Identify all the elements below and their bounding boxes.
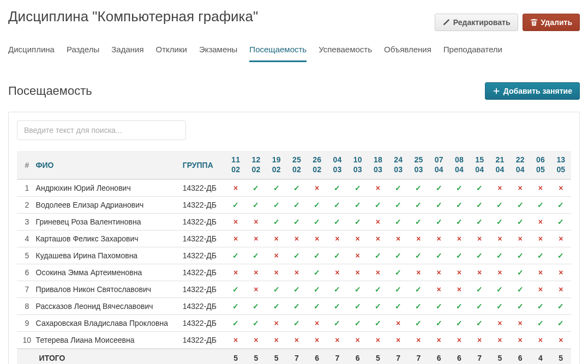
check-icon[interactable]: ✓ xyxy=(246,315,266,332)
check-icon[interactable]: ✓ xyxy=(226,247,246,264)
cross-icon[interactable]: × xyxy=(286,332,307,349)
check-icon[interactable]: ✓ xyxy=(327,179,347,197)
cross-icon[interactable]: × xyxy=(246,230,266,247)
cross-icon[interactable]: × xyxy=(266,247,286,264)
check-icon[interactable]: ✓ xyxy=(449,298,469,315)
cross-icon[interactable]: × xyxy=(327,332,347,349)
cross-icon[interactable]: × xyxy=(551,332,571,349)
check-icon[interactable]: ✓ xyxy=(409,281,429,298)
cross-icon[interactable]: × xyxy=(470,332,490,349)
check-icon[interactable]: ✓ xyxy=(429,247,449,264)
cross-icon[interactable]: × xyxy=(429,264,449,281)
cross-icon[interactable]: × xyxy=(551,230,571,247)
cross-icon[interactable]: × xyxy=(388,230,409,247)
check-icon[interactable]: ✓ xyxy=(510,281,530,298)
check-icon[interactable]: ✓ xyxy=(388,197,409,214)
tab-6[interactable]: Успеваемость xyxy=(319,41,372,62)
check-icon[interactable]: ✓ xyxy=(266,179,286,197)
cross-icon[interactable]: × xyxy=(266,332,286,349)
check-icon[interactable]: ✓ xyxy=(286,281,307,298)
col-date-11[interactable]: 08 04 xyxy=(449,151,469,179)
check-icon[interactable]: ✓ xyxy=(327,315,347,332)
cross-icon[interactable]: × xyxy=(327,264,347,281)
tab-2[interactable]: Задания xyxy=(111,41,143,62)
check-icon[interactable]: ✓ xyxy=(368,281,388,298)
check-icon[interactable]: ✓ xyxy=(470,298,490,315)
check-icon[interactable]: ✓ xyxy=(347,315,368,332)
tab-8[interactable]: Преподаватели xyxy=(443,41,502,62)
check-icon[interactable]: ✓ xyxy=(347,197,368,214)
cross-icon[interactable]: × xyxy=(510,315,530,332)
edit-button[interactable]: Редактировать xyxy=(435,14,518,31)
check-icon[interactable]: ✓ xyxy=(266,197,286,214)
check-icon[interactable]: ✓ xyxy=(530,197,550,214)
cross-icon[interactable]: × xyxy=(490,179,510,197)
col-date-14[interactable]: 22 04 xyxy=(510,151,530,179)
check-icon[interactable]: ✓ xyxy=(266,298,286,315)
cross-icon[interactable]: × xyxy=(510,179,530,197)
cross-icon[interactable]: × xyxy=(307,315,327,332)
cross-icon[interactable]: × xyxy=(429,230,449,247)
check-icon[interactable]: ✓ xyxy=(307,214,327,230)
check-icon[interactable]: ✓ xyxy=(470,197,490,214)
cross-icon[interactable]: × xyxy=(368,332,388,349)
check-icon[interactable]: ✓ xyxy=(368,298,388,315)
check-icon[interactable]: ✓ xyxy=(286,247,307,264)
cross-icon[interactable]: × xyxy=(246,332,266,349)
cross-icon[interactable]: × xyxy=(246,264,266,281)
check-icon[interactable]: ✓ xyxy=(551,298,571,315)
check-icon[interactable]: ✓ xyxy=(449,315,469,332)
check-icon[interactable]: ✓ xyxy=(307,197,327,214)
cross-icon[interactable]: × xyxy=(449,264,469,281)
cross-icon[interactable]: × xyxy=(327,230,347,247)
check-icon[interactable]: ✓ xyxy=(510,197,530,214)
cross-icon[interactable]: × xyxy=(347,230,368,247)
check-icon[interactable]: ✓ xyxy=(226,315,246,332)
check-icon[interactable]: ✓ xyxy=(490,197,510,214)
cross-icon[interactable]: × xyxy=(347,264,368,281)
cross-icon[interactable]: × xyxy=(307,179,327,197)
cross-icon[interactable]: × xyxy=(530,264,550,281)
cross-icon[interactable]: × xyxy=(286,230,307,247)
cross-icon[interactable]: × xyxy=(246,214,266,230)
check-icon[interactable]: ✓ xyxy=(409,179,429,197)
col-date-10[interactable]: 07 04 xyxy=(429,151,449,179)
check-icon[interactable]: ✓ xyxy=(327,298,347,315)
cross-icon[interactable]: × xyxy=(246,281,266,298)
col-group[interactable]: ГРУППА xyxy=(181,151,226,179)
check-icon[interactable]: ✓ xyxy=(286,179,307,197)
check-icon[interactable]: ✓ xyxy=(530,315,550,332)
check-icon[interactable]: ✓ xyxy=(286,315,307,332)
col-date-5[interactable]: 04 03 xyxy=(327,151,347,179)
check-icon[interactable]: ✓ xyxy=(266,281,286,298)
tab-7[interactable]: Объявления xyxy=(384,41,431,62)
check-icon[interactable]: ✓ xyxy=(307,247,327,264)
col-date-16[interactable]: 13 05 xyxy=(551,151,571,179)
cross-icon[interactable]: × xyxy=(409,230,429,247)
cross-icon[interactable]: × xyxy=(347,247,368,264)
cross-icon[interactable]: × xyxy=(490,315,510,332)
cross-icon[interactable]: × xyxy=(226,230,246,247)
check-icon[interactable]: ✓ xyxy=(388,281,409,298)
check-icon[interactable]: ✓ xyxy=(470,315,490,332)
check-icon[interactable]: ✓ xyxy=(246,247,266,264)
check-icon[interactable]: ✓ xyxy=(246,179,266,197)
cross-icon[interactable]: × xyxy=(368,179,388,197)
check-icon[interactable]: ✓ xyxy=(429,179,449,197)
check-icon[interactable]: ✓ xyxy=(226,281,246,298)
check-icon[interactable]: ✓ xyxy=(470,247,490,264)
cross-icon[interactable]: × xyxy=(368,264,388,281)
check-icon[interactable]: ✓ xyxy=(226,298,246,315)
cross-icon[interactable]: × xyxy=(510,230,530,247)
check-icon[interactable]: ✓ xyxy=(388,247,409,264)
cross-icon[interactable]: × xyxy=(551,179,571,197)
tab-1[interactable]: Разделы xyxy=(67,41,99,62)
check-icon[interactable]: ✓ xyxy=(429,315,449,332)
check-icon[interactable]: ✓ xyxy=(551,214,571,230)
check-icon[interactable]: ✓ xyxy=(266,214,286,230)
check-icon[interactable]: ✓ xyxy=(307,264,327,281)
cross-icon[interactable]: × xyxy=(388,315,409,332)
check-icon[interactable]: ✓ xyxy=(286,197,307,214)
check-icon[interactable]: ✓ xyxy=(449,247,469,264)
check-icon[interactable]: ✓ xyxy=(388,179,409,197)
